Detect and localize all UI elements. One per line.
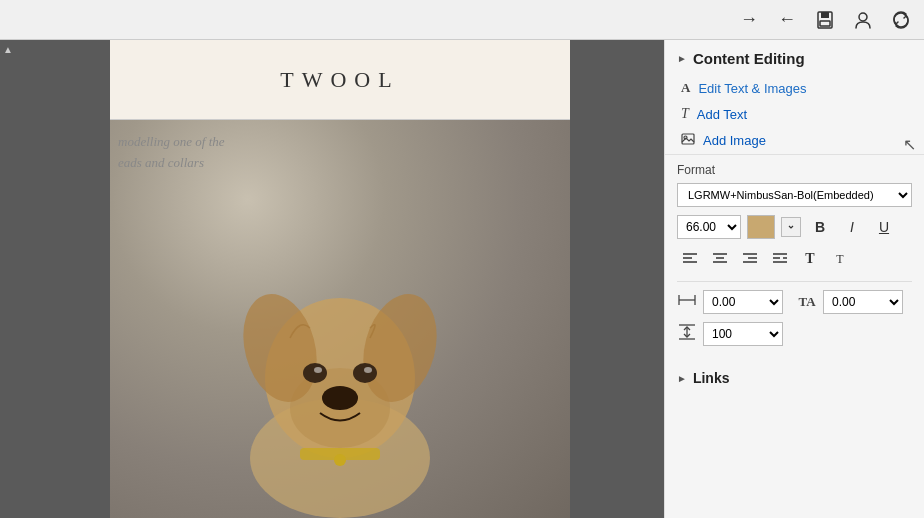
scroll-bar-left[interactable]: ▲ xyxy=(0,40,16,518)
edit-text-images-item[interactable]: A Edit Text & Images xyxy=(665,75,924,101)
edit-text-icon: A xyxy=(681,80,690,96)
underline-button[interactable]: U xyxy=(871,215,897,239)
svg-point-11 xyxy=(353,363,377,383)
section-divider xyxy=(677,281,912,282)
pdf-body-text: modelling one of the eads and collars xyxy=(118,132,225,174)
pdf-area: TWOOL xyxy=(16,40,664,518)
text-style2-button[interactable]: T xyxy=(827,247,853,271)
links-section: ► Links xyxy=(665,362,924,394)
word-spacing-dropdown[interactable]: 0.00 xyxy=(823,290,903,314)
svg-point-14 xyxy=(322,386,358,410)
svg-point-16 xyxy=(334,454,346,466)
text-style1-button[interactable]: T xyxy=(797,247,823,271)
add-text-item[interactable]: T Add Text xyxy=(665,101,924,127)
char-spacing-dropdown[interactable]: 0.00 xyxy=(703,290,783,314)
collapse-icon[interactable]: ► xyxy=(677,53,687,64)
scroll-up-arrow[interactable]: ▲ xyxy=(3,44,13,55)
links-title: Links xyxy=(693,370,730,386)
format-label: Format xyxy=(677,163,912,177)
align-left-button[interactable] xyxy=(677,247,703,271)
svg-point-10 xyxy=(303,363,327,383)
forward-icon[interactable]: → xyxy=(738,9,760,31)
refresh-icon[interactable] xyxy=(890,9,912,31)
pdf-title: TWOOL xyxy=(280,67,399,93)
add-image-label: Add Image xyxy=(703,133,766,148)
add-text-label: Add Text xyxy=(697,107,747,122)
svg-point-13 xyxy=(364,367,372,373)
content-editing-title: Content Editing xyxy=(693,50,805,67)
font-dropdown-row: LGRMW+NimbusSan-Bol(Embedded) xyxy=(677,183,912,207)
add-image-item[interactable]: Add Image ↖ xyxy=(665,127,924,154)
font-style-row: 66.00 B I U xyxy=(677,215,912,239)
color-picker-arrow[interactable] xyxy=(781,217,801,237)
align-right-button[interactable] xyxy=(737,247,763,271)
alignment-row: T T xyxy=(677,247,912,271)
font-size-dropdown[interactable]: 66.00 xyxy=(677,215,741,239)
links-collapse-icon[interactable]: ► xyxy=(677,373,687,384)
main-area: ▲ TWOOL xyxy=(0,40,924,518)
add-image-icon xyxy=(681,132,695,149)
content-editing-header: ► Content Editing xyxy=(665,40,924,75)
svg-rect-17 xyxy=(682,134,694,144)
add-text-icon: T xyxy=(681,106,689,122)
profile-icon[interactable] xyxy=(852,9,874,31)
italic-button[interactable]: I xyxy=(839,215,865,239)
bold-button[interactable]: B xyxy=(807,215,833,239)
back-icon[interactable]: ← xyxy=(776,9,798,31)
content-editing-section: ► Content Editing A Edit Text & Images T… xyxy=(665,40,924,155)
save-icon[interactable] xyxy=(814,9,836,31)
svg-point-3 xyxy=(859,13,867,21)
pdf-header: TWOOL xyxy=(110,40,570,120)
align-center-button[interactable] xyxy=(707,247,733,271)
color-swatch[interactable] xyxy=(747,215,775,239)
pdf-content: modelling one of the eads and collars xyxy=(110,120,570,518)
edit-text-images-label: Edit Text & Images xyxy=(698,81,806,96)
pdf-page: TWOOL xyxy=(110,40,570,518)
line-height-row: 100 xyxy=(677,322,912,346)
cursor-pointer-icon: ↖ xyxy=(903,135,916,154)
word-spacing-icon: TA xyxy=(797,294,817,310)
char-spacing-row: 0.00 TA 0.00 xyxy=(677,290,912,314)
top-toolbar: → ← xyxy=(0,0,924,40)
right-panel: ► Content Editing A Edit Text & Images T… xyxy=(664,40,924,518)
line-height-icon xyxy=(677,323,697,345)
char-spacing-icon xyxy=(677,291,697,313)
line-height-dropdown[interactable]: 100 xyxy=(703,322,783,346)
font-dropdown[interactable]: LGRMW+NimbusSan-Bol(Embedded) xyxy=(677,183,912,207)
links-header[interactable]: ► Links xyxy=(677,370,912,386)
align-justify-button[interactable] xyxy=(767,247,793,271)
svg-point-12 xyxy=(314,367,322,373)
svg-rect-2 xyxy=(820,21,830,26)
format-section: Format LGRMW+NimbusSan-Bol(Embedded) 66.… xyxy=(665,155,924,362)
svg-rect-1 xyxy=(821,12,829,18)
